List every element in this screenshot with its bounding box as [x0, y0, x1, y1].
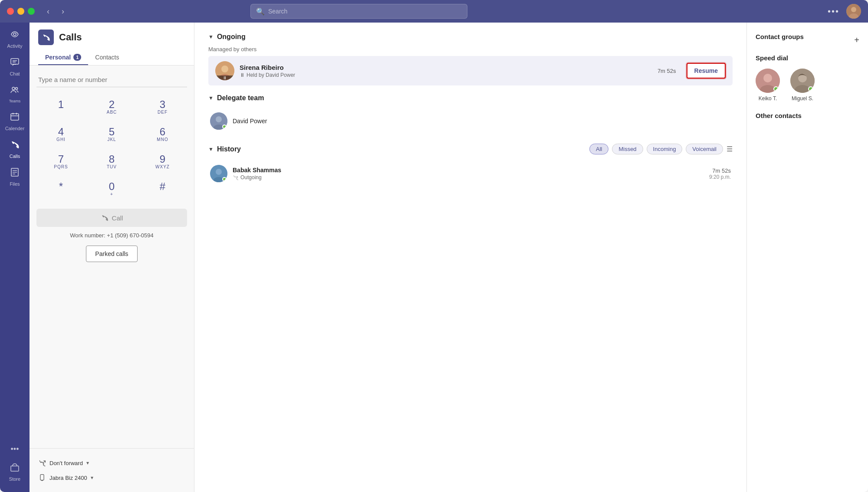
- calls-header: Calls Personal 1 Contacts: [30, 23, 194, 66]
- traffic-lights: [7, 8, 35, 15]
- sidebar-item-more[interactable]: •••: [2, 441, 28, 457]
- babak-info: Babak Shammas Outgoing: [233, 167, 704, 180]
- babak-duration: 7m 52s: [709, 167, 731, 174]
- david-name: David Power: [233, 118, 267, 125]
- key-4[interactable]: 4GHI: [36, 121, 85, 147]
- key-0[interactable]: 0+: [87, 176, 136, 202]
- forward-chevron-icon: ▾: [86, 460, 89, 466]
- parked-calls-button[interactable]: Parked calls: [86, 246, 137, 262]
- sidebar-item-store[interactable]: Store: [2, 459, 28, 485]
- filter-incoming[interactable]: Incoming: [647, 144, 683, 154]
- call-button[interactable]: Call: [36, 209, 187, 227]
- device-chevron-icon: ▾: [91, 475, 93, 481]
- filter-voicemail[interactable]: Voicemail: [686, 144, 723, 154]
- sidebar-item-store-label: Store: [9, 476, 20, 482]
- search-icon: 🔍: [256, 7, 265, 16]
- calls-panel-icon: [38, 30, 54, 45]
- activity-icon: [10, 30, 20, 42]
- key-5[interactable]: 5JKL: [87, 121, 136, 147]
- history-filters: All Missed Incoming Voicemail ☰: [589, 144, 733, 154]
- tab-personal[interactable]: Personal 1: [38, 50, 88, 65]
- speed-dial-keiko[interactable]: Keiko T.: [756, 69, 780, 102]
- calls-tabs: Personal 1 Contacts: [38, 50, 185, 65]
- sidebar: Activity Chat: [0, 23, 30, 492]
- forward-button[interactable]: ›: [58, 5, 68, 18]
- personal-badge: 1: [73, 54, 81, 61]
- history-item-babak: Babak Shammas Outgoing 7m 52s 9:20 p.m.: [208, 160, 733, 187]
- history-toggle[interactable]: ▼: [208, 146, 214, 152]
- ongoing-toggle[interactable]: ▼: [208, 34, 214, 40]
- sidebar-item-chat[interactable]: Chat: [2, 54, 28, 80]
- filter-options-icon[interactable]: ☰: [727, 145, 733, 153]
- content-main: ▼ Ongoing Managed by others ⏸ Sirena: [194, 23, 746, 492]
- sidebar-item-teams[interactable]: Teams: [2, 82, 28, 107]
- calls-panel: Calls Personal 1 Contacts 1 2ABC: [30, 23, 194, 492]
- title-bar-right: •••: [828, 4, 861, 19]
- svg-rect-18: [40, 475, 44, 480]
- key-hash[interactable]: #: [138, 176, 187, 202]
- dialpad-area: 1 2ABC 3DEF 4GHI 5JKL 6MNO 7PQRS 8TUV 9W…: [30, 66, 194, 269]
- contact-groups-header: Contact groups +: [756, 33, 859, 47]
- work-number: Work number: +1 (509) 670-0594: [70, 232, 153, 239]
- call-duration: 7m 52s: [658, 68, 676, 74]
- sidebar-more: ••• Store: [2, 441, 28, 485]
- maximize-button[interactable]: [28, 8, 35, 15]
- name-number-input[interactable]: [36, 72, 187, 87]
- key-9[interactable]: 9WXYZ: [138, 149, 187, 174]
- key-7[interactable]: 7PQRS: [36, 149, 85, 174]
- forward-control[interactable]: Don't forward ▾: [36, 456, 187, 470]
- svg-point-1: [851, 7, 856, 12]
- ongoing-section-title: Ongoing: [217, 33, 246, 41]
- ongoing-call-info: Sirena Ribeiro ⏸ Held by David Power: [240, 64, 652, 78]
- forward-label: Don't forward: [49, 460, 83, 466]
- resume-button[interactable]: Resume: [687, 63, 726, 79]
- add-contact-group-button[interactable]: +: [854, 35, 859, 45]
- delegate-section-title: Delegate team: [217, 94, 264, 102]
- caller-name: Sirena Ribeiro: [240, 64, 652, 71]
- back-button[interactable]: ‹: [43, 5, 53, 18]
- delegate-toggle[interactable]: ▼: [208, 95, 214, 101]
- minimize-button[interactable]: [17, 8, 24, 15]
- search-input[interactable]: [268, 8, 462, 15]
- sidebar-item-files[interactable]: Files: [2, 164, 28, 190]
- svg-point-8: [16, 88, 18, 90]
- svg-rect-4: [11, 59, 19, 64]
- sidebar-item-activity[interactable]: Activity: [2, 26, 28, 52]
- key-6[interactable]: 6MNO: [138, 121, 187, 147]
- key-star[interactable]: *: [36, 176, 85, 202]
- sidebar-item-calls[interactable]: Calls: [2, 136, 28, 162]
- user-avatar[interactable]: [846, 4, 861, 19]
- sidebar-item-activity-label: Activity: [7, 43, 23, 49]
- files-icon: [10, 167, 20, 180]
- more-options-button[interactable]: •••: [828, 7, 839, 16]
- svg-point-20: [221, 66, 228, 72]
- key-1[interactable]: 1: [36, 94, 85, 120]
- speed-dial-miguel[interactable]: Miguel S.: [790, 69, 815, 102]
- david-online-dot: [222, 125, 227, 129]
- device-label: Jabra Biz 2400: [49, 475, 87, 481]
- miguel-avatar: [790, 69, 815, 93]
- history-section-header: ▼ History All Missed Incoming Voicemail …: [208, 144, 733, 154]
- search-bar[interactable]: 🔍: [250, 4, 467, 19]
- filter-missed[interactable]: Missed: [612, 144, 643, 154]
- keiko-name: Keiko T.: [759, 95, 777, 102]
- call-status: ⏸ Held by David Power: [240, 72, 652, 78]
- tab-contacts[interactable]: Contacts: [88, 50, 126, 65]
- sidebar-item-files-label: Files: [10, 181, 20, 187]
- filter-all[interactable]: All: [589, 144, 608, 154]
- babak-online-dot: [222, 177, 227, 181]
- other-contacts-title: Other contacts: [756, 112, 859, 119]
- key-2[interactable]: 2ABC: [87, 94, 136, 120]
- history-section-title: History: [217, 145, 241, 153]
- sidebar-item-calendar[interactable]: Calender: [2, 108, 28, 134]
- calls-icon: [10, 140, 20, 152]
- svg-point-23: [216, 116, 222, 122]
- svg-rect-17: [11, 466, 19, 471]
- teams-icon: [10, 85, 20, 97]
- key-8[interactable]: 8TUV: [87, 149, 136, 174]
- bottom-controls: Don't forward ▾ Jabra Biz 2400 ▾: [30, 448, 194, 492]
- device-control[interactable]: Jabra Biz 2400 ▾: [36, 470, 187, 485]
- ongoing-section-header: ▼ Ongoing: [208, 33, 733, 41]
- close-button[interactable]: [7, 8, 14, 15]
- key-3[interactable]: 3DEF: [138, 94, 187, 120]
